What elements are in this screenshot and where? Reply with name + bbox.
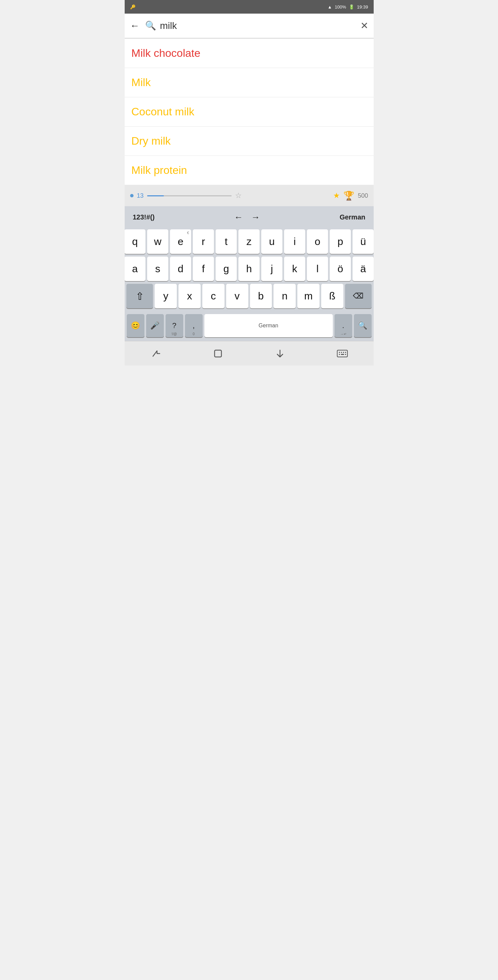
spacebar-label: German [259,323,278,329]
result-coconut-milk[interactable]: Coconut milk [124,97,374,127]
nav-home-button[interactable] [207,345,229,362]
result-milk[interactable]: Milk [124,68,374,97]
period-key[interactable]: . →↵ [335,314,352,337]
key-rows: q w e€ r t z u i o p ü a s d f g h j k l… [124,228,374,312]
key-s[interactable]: s [147,256,168,281]
bottom-row: 😊 🎤 ? !/@ , 0 German . →↵ 🔍 [124,312,374,340]
keyboard: 123!#() ← → German q w e€ r t z u i o p … [124,206,374,341]
key-d[interactable]: d [170,256,191,281]
key-n[interactable]: n [273,284,296,308]
result-dry-milk[interactable]: Dry milk [124,127,374,156]
key-i[interactable]: i [284,229,305,254]
key-o[interactable]: o [307,229,328,254]
nav-bar [124,341,374,366]
key-w[interactable]: w [147,229,168,254]
key-ue[interactable]: ü [353,229,374,254]
time: 19:39 [357,5,368,10]
star-empty-icon: ☆ [235,191,242,200]
key-ae[interactable]: ä [353,256,374,281]
search-results: Milk chocolate Milk Coconut milk Dry mil… [124,39,374,185]
keyboard-toolbar: 123!#() ← → German [124,206,374,228]
slider-max-value: 500 [358,192,368,199]
key-q[interactable]: q [124,229,146,254]
battery-percent: 100% [335,5,346,10]
key-l[interactable]: l [307,256,328,281]
svg-rect-2 [339,352,340,353]
slider-fill [147,195,164,196]
key-g[interactable]: g [215,256,237,281]
key-b[interactable]: b [250,284,272,308]
comma-sublabel: 0 [193,332,195,336]
signal-icon: ▲ [328,5,332,10]
svg-rect-4 [343,352,344,353]
key-j[interactable]: j [261,256,283,281]
key-a[interactable]: a [124,256,146,281]
slider-dot [130,194,134,197]
svg-rect-1 [337,350,348,357]
svg-rect-8 [345,354,346,355]
slider-current-value: 13 [137,192,144,199]
key-oe[interactable]: ö [330,256,351,281]
search-bar: ← 🔍 ✕ [124,14,374,38]
key-icon: 🔑 [130,5,136,10]
key-row-3: ⇧ y x c v b n m ß ⌫ [127,284,372,308]
key-y[interactable]: y [155,284,177,308]
question-key[interactable]: ? !/@ [166,314,183,337]
comma-key[interactable]: , 0 [185,314,203,337]
key-v[interactable]: v [226,284,248,308]
arrow-right-button[interactable]: → [251,212,260,223]
result-milk-protein[interactable]: Milk protein [124,156,374,185]
arrow-left-button[interactable]: ← [234,212,243,223]
backspace-key[interactable]: ⌫ [345,284,372,308]
slider-track[interactable] [147,195,231,196]
back-button[interactable]: ← [130,21,140,31]
nav-keyboard-button[interactable] [332,345,353,362]
key-m[interactable]: m [297,284,319,308]
svg-rect-6 [339,354,340,355]
svg-rect-5 [345,352,346,353]
mic-key[interactable]: 🎤 [146,314,164,337]
spacebar-key[interactable]: German [204,314,333,337]
key-x[interactable]: x [179,284,201,308]
trophy-icon: 🏆 [343,191,354,201]
key-f[interactable]: f [193,256,214,281]
key-ss[interactable]: ß [321,284,343,308]
status-right: ▲ 100% 🔋 19:39 [328,5,368,10]
result-milk-chocolate[interactable]: Milk chocolate [124,39,374,68]
key-c[interactable]: c [202,284,225,308]
key-p[interactable]: p [330,229,351,254]
nav-back-button[interactable] [145,345,166,362]
shift-key[interactable]: ⇧ [126,284,153,308]
key-t[interactable]: t [215,229,237,254]
key-r[interactable]: r [193,229,214,254]
search-key[interactable]: 🔍 [354,314,372,337]
key-z[interactable]: z [238,229,260,254]
nav-down-button[interactable] [269,345,291,362]
period-sublabel: →↵ [340,332,346,336]
svg-rect-7 [341,354,344,355]
clear-button[interactable]: ✕ [361,20,368,31]
keyboard-arrows: ← → [234,212,260,223]
key-u[interactable]: u [261,229,283,254]
key-k[interactable]: k [284,256,305,281]
key-row-1: q w e€ r t z u i o p ü [127,229,372,254]
search-input[interactable] [160,21,361,31]
star-filled-icon: ★ [333,191,340,200]
key-row-2: a s d f g h j k l ö ä [127,256,372,281]
key-h[interactable]: h [238,256,260,281]
key-e[interactable]: e€ [170,229,191,254]
search-icon: 🔍 [145,21,156,31]
svg-rect-0 [215,350,222,357]
question-sublabel: !/@ [172,332,177,336]
status-left: 🔑 [130,5,136,10]
language-button[interactable]: German [340,213,366,221]
battery-icon: 🔋 [349,5,354,10]
symbols-button[interactable]: 123!#() [133,213,155,221]
slider-bar[interactable]: 13 ☆ ★ 🏆 500 [124,185,374,206]
emoji-key[interactable]: 😊 [127,314,144,337]
svg-rect-3 [341,352,342,353]
status-bar: 🔑 ▲ 100% 🔋 19:39 [124,0,374,14]
